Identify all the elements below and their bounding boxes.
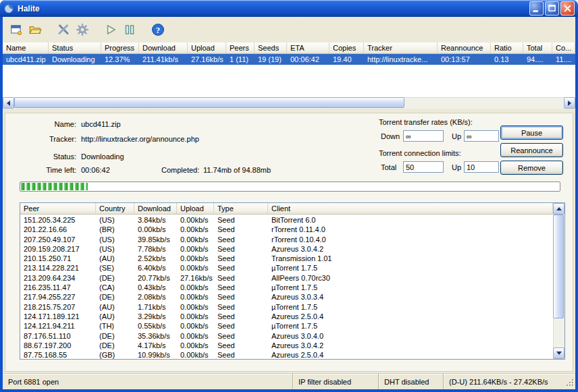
torrent-table-body[interactable]: ubcd411.zipDownloading12.37%211.41kb/s27… [3, 54, 575, 97]
peer-row[interactable]: 87.176.51.110(DE)35.36kb/s0.00kb/sSeedAz… [20, 331, 553, 341]
torrent-column-header[interactable]: Status [49, 43, 101, 53]
scroll-up-button[interactable] [553, 203, 564, 215]
torrent-column-header[interactable]: Total [523, 43, 552, 53]
scroll-down-button[interactable] [553, 347, 564, 359]
down-rate-input[interactable] [403, 130, 444, 142]
peer-cell: Azureus 3.0.3.4 [268, 292, 553, 302]
reannounce-button[interactable]: Reannounce [500, 143, 563, 157]
peer-cell: Seed [214, 312, 268, 321]
peer-cell: 20.77kb/s [134, 273, 177, 283]
torrent-column-header[interactable]: Seeds [255, 43, 287, 53]
peer-row[interactable]: 87.75.168.55(GB)10.99kb/s0.00kb/sSeedAzu… [20, 350, 553, 359]
peer-row[interactable]: 217.94.255.227(DE)2.08kb/s0.00kb/sSeedAz… [20, 292, 553, 302]
peers-vertical-scrollbar[interactable] [553, 203, 564, 359]
torrent-column-header[interactable]: Tracker [364, 43, 438, 53]
peers-column-header[interactable]: Upload [177, 203, 214, 214]
scrollbar-thumb[interactable] [14, 97, 404, 108]
peer-row[interactable]: 213.114.228.221(SE)6.40kb/s0.00kb/sSeedµ… [20, 263, 553, 273]
play-icon [104, 23, 117, 36]
peer-cell: 87.176.51.110 [20, 331, 96, 341]
peer-cell: (US) [96, 244, 134, 254]
peers-table-body[interactable]: 151.205.34.225(US)3.84kb/s0.00kb/sSeedBi… [20, 215, 553, 359]
peer-row[interactable]: 218.215.75.207(AU)1.71kb/s0.00kb/sSeedµT… [20, 302, 553, 312]
down-arrow-icon [556, 352, 562, 355]
peer-row[interactable]: 124.121.94.211(TH)0.55kb/s0.00kb/sSeedµT… [20, 321, 553, 331]
close-button[interactable] [560, 1, 575, 16]
help-button[interactable]: ? [149, 20, 167, 39]
peer-cell: 124.171.189.121 [20, 312, 96, 321]
new-torrent-button[interactable] [7, 20, 26, 39]
window-controls [529, 1, 575, 16]
peer-cell: Seed [214, 263, 268, 273]
torrent-cell: http://linuxtracke... [364, 54, 438, 65]
peers-column-header[interactable]: Country [96, 203, 134, 214]
help-icon: ? [151, 23, 165, 36]
status-bar: Port 6881 open IP filter disabled DHT di… [3, 373, 575, 389]
torrent-row[interactable]: ubcd411.zipDownloading12.37%211.41kb/s27… [3, 54, 575, 65]
new-torrent-icon [9, 23, 23, 36]
peer-row[interactable]: 124.171.189.121(AU)3.29kb/s0.00kb/sSeedA… [20, 312, 553, 321]
torrent-column-header[interactable]: Upload [188, 43, 226, 53]
torrent-column-header[interactable]: Progress [101, 43, 139, 53]
peer-cell: 2.08kb/s [134, 292, 177, 302]
torrent-cell: 00:13:57 [438, 54, 491, 65]
peer-cell: 39.85kb/s [134, 235, 177, 244]
torrent-column-header[interactable]: ETA [287, 43, 330, 53]
peer-cell: AllPeers 0.70rc30 [268, 273, 553, 283]
peer-cell: 0.00kb/s [177, 225, 214, 234]
torrent-cell: 12.37% [101, 54, 139, 65]
completed-label: Completed: [161, 166, 199, 174]
resize-grip[interactable] [565, 378, 575, 389]
horizontal-scrollbar[interactable] [3, 97, 575, 109]
peer-row[interactable]: 210.15.250.71(AU)2.52kb/s0.00kb/sSeedTra… [20, 254, 553, 263]
scroll-right-button[interactable] [564, 97, 575, 109]
peer-row[interactable]: 213.209.64.234(DE)20.77kb/s27.16kb/sSeed… [20, 273, 553, 283]
torrent-tools-button[interactable] [54, 20, 73, 39]
up-rate-input[interactable] [464, 130, 499, 142]
torrent-column-header[interactable]: Ratio [491, 43, 523, 53]
peer-row[interactable]: 151.205.34.225(US)3.84kb/s0.00kb/sSeedBi… [20, 215, 553, 225]
peer-cell: 207.250.49.107 [20, 235, 96, 244]
peer-cell: Seed [214, 235, 268, 244]
peer-cell: 3.29kb/s [134, 312, 177, 321]
peer-row[interactable]: 88.67.197.200(DE)4.17kb/s0.00kb/sSeedAzu… [20, 341, 553, 350]
maximize-button[interactable] [545, 1, 559, 16]
peer-cell: 210.15.250.71 [20, 254, 96, 263]
peer-cell: 2.52kb/s [134, 254, 177, 263]
scroll-left-button[interactable] [3, 97, 14, 109]
peers-column-header[interactable]: Peer [20, 203, 96, 214]
torrent-column-header[interactable]: Co... [552, 43, 575, 53]
peers-scrollbar-track[interactable] [553, 215, 564, 347]
peer-cell: BitTorrent 6.0 [268, 215, 553, 225]
peer-row[interactable]: 207.250.49.107(US)39.85kb/s0.00kb/sSeedr… [20, 235, 553, 244]
torrent-column-header[interactable]: Download [139, 43, 188, 53]
peer-cell: Seed [214, 331, 268, 341]
remove-button[interactable]: Remove [500, 161, 563, 175]
scrollbar-track[interactable] [14, 97, 564, 109]
minimize-button[interactable] [529, 1, 544, 16]
halite-window: Halite [0, 0, 578, 392]
peer-cell: (AU) [96, 312, 134, 321]
torrent-column-header[interactable]: Reannounce [438, 43, 491, 53]
peers-scrollbar-thumb[interactable] [553, 215, 564, 318]
titlebar[interactable]: Halite [0, 0, 578, 17]
peer-row[interactable]: 209.159.208.217(US)7.78kb/s0.00kb/sSeedA… [20, 244, 553, 254]
torrent-column-header[interactable]: Peers [226, 43, 255, 53]
torrent-column-header[interactable]: Copies [330, 43, 364, 53]
preferences-button[interactable] [73, 20, 92, 39]
peers-column-header[interactable]: Download [134, 203, 177, 214]
peer-cell: 0.00kb/s [177, 292, 214, 302]
peers-column-header[interactable]: Type [214, 203, 268, 214]
torrent-column-header[interactable]: Name [3, 43, 49, 53]
peers-column-header[interactable]: Client [268, 203, 553, 214]
pause-button[interactable]: Pause [500, 125, 563, 140]
peer-row[interactable]: 216.235.11.47(CA)0.43kb/s0.00kb/sSeedµTo… [20, 283, 553, 292]
peer-row[interactable]: 201.22.16.66(BR)0.00kb/s0.00kb/sSeedrTor… [20, 225, 553, 234]
resume-button[interactable] [101, 20, 120, 39]
up-limit-input[interactable] [464, 161, 499, 173]
total-limit-input[interactable] [403, 161, 444, 173]
torrent-cell: 211.41kb/s [139, 54, 188, 65]
pause-torrent-button[interactable] [120, 20, 139, 39]
open-torrent-button[interactable] [26, 20, 45, 39]
up-rate-label: Up [452, 132, 461, 140]
